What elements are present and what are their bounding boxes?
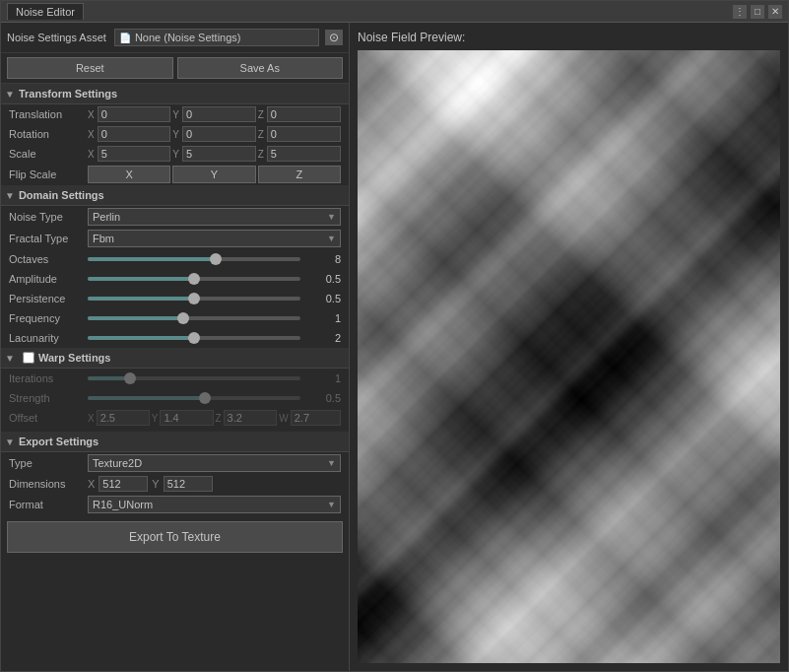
- transform-settings-header[interactable]: ▼ Transform Settings: [1, 84, 349, 104]
- asset-field[interactable]: 📄 None (Noise Settings): [114, 29, 319, 46]
- warp-enabled-checkbox[interactable]: [23, 352, 34, 364]
- export-settings-title: Export Settings: [19, 436, 99, 447]
- offset-w-label: W: [279, 413, 288, 424]
- rotation-z-item: Z: [258, 126, 341, 142]
- fractal-type-dropdown[interactable]: Fbm ▼: [88, 230, 341, 247]
- lacunarity-label: Lacunarity: [9, 332, 88, 344]
- translation-x-input[interactable]: [98, 106, 171, 122]
- persistence-track: [88, 297, 300, 301]
- noise-editor-window: Noise Editor ⋮ □ ✕ Noise Settings Asset …: [0, 0, 789, 672]
- strength-thumb[interactable]: [199, 392, 211, 404]
- noise-type-value: Perlin: [93, 211, 120, 223]
- maximize-button[interactable]: □: [751, 5, 764, 19]
- rotation-z-label: Z: [258, 129, 264, 140]
- flip-scale-group: X Y Z: [88, 166, 341, 183]
- persistence-slider[interactable]: [88, 292, 300, 305]
- lacunarity-slider[interactable]: [88, 331, 300, 345]
- transform-arrow-icon: ▼: [5, 89, 15, 100]
- format-row: Format R16_UNorm ▼: [1, 494, 349, 515]
- flip-y-button[interactable]: Y: [172, 166, 255, 183]
- asset-row: Noise Settings Asset 📄 None (Noise Setti…: [1, 23, 349, 53]
- rotation-x-input[interactable]: [98, 126, 171, 142]
- translation-y-input[interactable]: [182, 106, 256, 122]
- asset-pick-button[interactable]: ⊙: [325, 30, 343, 45]
- persistence-label: Persistence: [9, 293, 88, 304]
- warp-settings-header[interactable]: ▼ Warp Settings: [1, 348, 349, 369]
- format-value: R16_UNorm: [93, 499, 153, 510]
- format-dropdown[interactable]: R16_UNorm ▼: [88, 496, 341, 513]
- scale-z-input[interactable]: [267, 146, 341, 162]
- amplitude-thumb[interactable]: [188, 273, 200, 285]
- domain-settings-header[interactable]: ▼ Domain Settings: [1, 185, 349, 206]
- iterations-thumb[interactable]: [124, 372, 136, 384]
- close-button[interactable]: ✕: [768, 5, 782, 19]
- reset-button[interactable]: Reset: [7, 57, 173, 79]
- frequency-slider[interactable]: [88, 311, 300, 325]
- translation-y-label: Y: [172, 109, 179, 120]
- octaves-thumb[interactable]: [210, 253, 222, 265]
- transform-settings-title: Transform Settings: [19, 88, 117, 100]
- flip-z-button[interactable]: Z: [258, 166, 341, 183]
- export-type-dropdown[interactable]: Texture2D ▼: [88, 454, 341, 472]
- dim-x-input[interactable]: [99, 476, 148, 492]
- offset-y-input[interactable]: [160, 410, 213, 426]
- amplitude-label: Amplitude: [9, 273, 88, 285]
- translation-label: Translation: [9, 108, 88, 120]
- noise-canvas: [358, 50, 780, 663]
- dimensions-row: Dimensions X Y: [1, 474, 349, 494]
- rotation-x-label: X: [88, 129, 95, 140]
- scale-x-input[interactable]: [98, 146, 171, 162]
- fractal-type-label: Fractal Type: [9, 233, 88, 244]
- offset-group: X Y Z W: [88, 410, 341, 426]
- offset-w-input[interactable]: [291, 410, 341, 426]
- amplitude-fill: [88, 277, 194, 281]
- iterations-slider[interactable]: [88, 371, 300, 385]
- offset-z-label: Z: [216, 413, 222, 424]
- scale-x-label: X: [88, 149, 95, 160]
- rotation-z-input[interactable]: [267, 126, 341, 142]
- amplitude-slider[interactable]: [88, 272, 300, 286]
- export-to-texture-button[interactable]: Export To Texture: [7, 521, 343, 553]
- fractal-type-value: Fbm: [93, 233, 114, 244]
- noise-type-dropdown[interactable]: Perlin ▼: [88, 208, 341, 226]
- lacunarity-fill: [88, 336, 194, 340]
- offset-z-item: Z: [216, 410, 278, 426]
- offset-x-input[interactable]: [97, 410, 150, 426]
- strength-slider[interactable]: [88, 391, 300, 405]
- amplitude-track: [88, 277, 300, 281]
- translation-x-label: X: [88, 109, 95, 120]
- octaves-row: Octaves 8: [1, 249, 349, 269]
- right-panel: Noise Field Preview:: [350, 23, 788, 671]
- scale-y-input[interactable]: [182, 146, 256, 162]
- flip-scale-label: Flip Scale: [9, 168, 88, 180]
- rotation-y-input[interactable]: [182, 126, 256, 142]
- title-bar: Noise Editor ⋮ □ ✕: [1, 1, 788, 23]
- persistence-thumb[interactable]: [188, 293, 200, 304]
- save-as-button[interactable]: Save As: [177, 57, 344, 79]
- frequency-fill: [88, 316, 183, 320]
- scale-label: Scale: [9, 148, 88, 160]
- translation-x-item: X: [88, 106, 170, 122]
- export-type-value: Texture2D: [93, 457, 142, 469]
- flip-x-button[interactable]: X: [88, 166, 170, 183]
- octaves-slider[interactable]: [88, 252, 300, 266]
- noise-editor-tab[interactable]: Noise Editor: [7, 3, 84, 20]
- strength-label: Strength: [9, 392, 88, 404]
- offset-z-input[interactable]: [224, 410, 278, 426]
- octaves-value: 8: [306, 253, 341, 265]
- strength-value: 0.5: [306, 392, 341, 404]
- offset-y-label: Y: [152, 413, 159, 424]
- more-options-button[interactable]: ⋮: [733, 5, 747, 19]
- translation-z-label: Z: [258, 109, 264, 120]
- lacunarity-thumb[interactable]: [188, 332, 200, 344]
- lacunarity-track: [88, 336, 300, 340]
- persistence-row: Persistence 0.5: [1, 289, 349, 308]
- frequency-thumb[interactable]: [177, 312, 189, 324]
- dim-y-input[interactable]: [164, 476, 213, 492]
- translation-z-input[interactable]: [267, 106, 341, 122]
- rotation-xyz-group: X Y Z: [88, 126, 341, 142]
- export-settings-header[interactable]: ▼ Export Settings: [1, 432, 349, 452]
- rotation-label: Rotation: [9, 128, 88, 140]
- translation-y-item: Y: [172, 106, 255, 122]
- frequency-label: Frequency: [9, 312, 88, 324]
